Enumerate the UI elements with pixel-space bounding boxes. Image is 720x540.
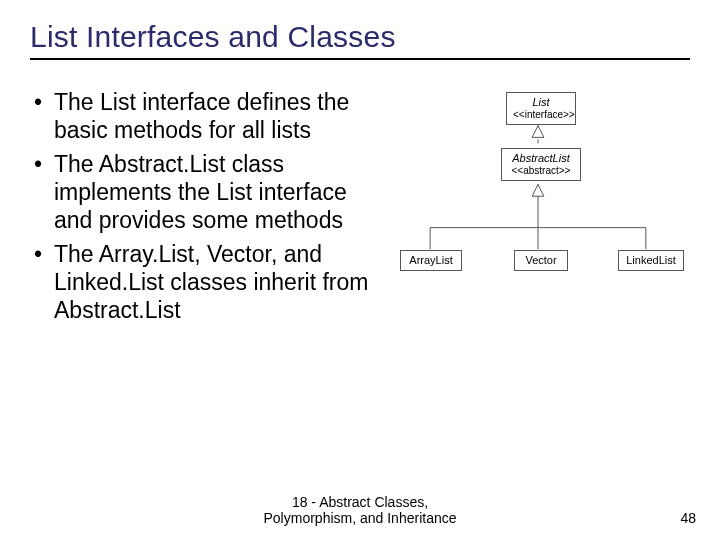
list-item: The List interface defines the basic met… [30,88,370,144]
slide-footer: 18 - Abstract Classes, Polymorphism, and… [0,494,720,526]
page-number: 48 [680,510,696,526]
uml-class-name: Vector [521,254,561,267]
list-item: The Abstract.List class implements the L… [30,150,370,234]
footer-line1: 18 - Abstract Classes, [292,494,428,510]
uml-box-abstractlist: AbstractList <<abstract>> [501,148,581,181]
slide: List Interfaces and Classes The List int… [0,0,720,540]
uml-class-name: List [513,96,569,109]
svg-marker-3 [532,184,544,196]
uml-stereotype: <<abstract>> [508,165,574,177]
uml-box-vector: Vector [514,250,568,271]
footer-line2: Polymorphism, and Inheritance [264,510,457,526]
uml-box-list: List <<interface>> [506,92,576,125]
list-item: The Array.List, Vector, and Linked.List … [30,240,370,324]
uml-stereotype: <<interface>> [513,109,569,121]
uml-class-name: LinkedList [625,254,677,267]
uml-diagram: List <<interface>> AbstractList <<abstra… [386,88,690,328]
uml-class-name: AbstractList [508,152,574,165]
uml-class-name: ArrayList [407,254,455,267]
uml-box-arraylist: ArrayList [400,250,462,271]
svg-marker-1 [532,126,544,138]
slide-body: The List interface defines the basic met… [30,88,690,330]
uml-box-linkedlist: LinkedList [618,250,684,271]
page-title: List Interfaces and Classes [30,20,690,60]
bullet-list: The List interface defines the basic met… [30,88,370,330]
